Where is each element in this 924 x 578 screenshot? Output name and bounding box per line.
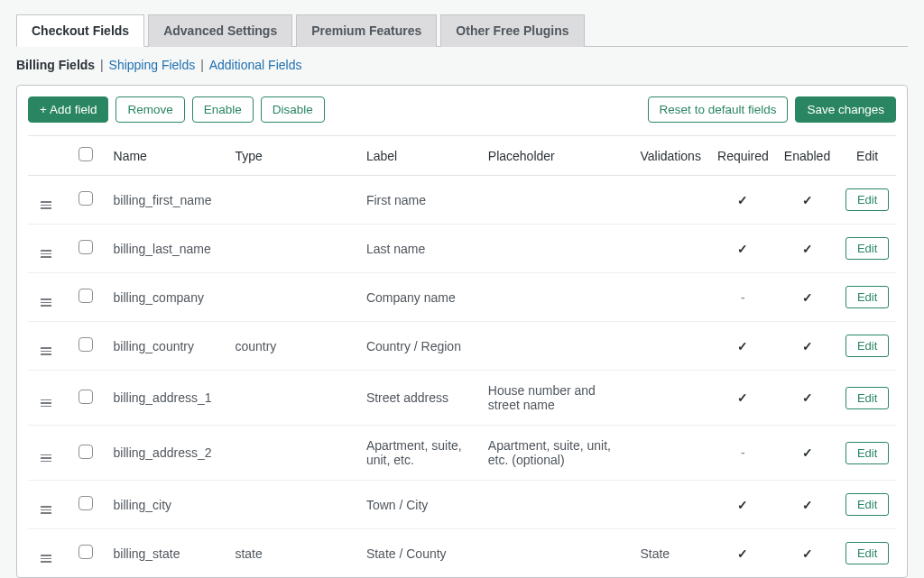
drag-handle-icon[interactable] (41, 201, 51, 209)
subnav-additional[interactable]: Additional Fields (209, 58, 302, 72)
row-validations (634, 176, 710, 225)
drag-handle-icon[interactable] (41, 506, 51, 514)
row-placeholder (483, 481, 635, 529)
row-label: Country / Region (361, 322, 483, 371)
row-placeholder: House number and street name (483, 371, 635, 426)
col-validations-header: Validations (634, 136, 710, 176)
tabs-container: Checkout Fields Advanced Settings Premiu… (16, 14, 908, 47)
tab-advanced-settings[interactable]: Advanced Settings (148, 14, 292, 47)
row-label: State / County (361, 529, 483, 578)
col-edit-header: Edit (838, 136, 896, 176)
row-validations (634, 273, 710, 322)
row-placeholder (483, 273, 635, 322)
tab-checkout-fields[interactable]: Checkout Fields (16, 14, 144, 47)
edit-button[interactable]: Edit (845, 335, 889, 357)
row-validations (634, 322, 710, 371)
edit-button[interactable]: Edit (845, 188, 889, 211)
edit-button[interactable]: Edit (845, 493, 889, 516)
row-required: ✓ (710, 225, 776, 273)
edit-button[interactable]: Edit (845, 442, 889, 464)
edit-button[interactable]: Edit (845, 387, 889, 409)
table-row: billing_last_nameLast name✓✓Edit (28, 225, 896, 273)
col-enabled-header: Enabled (776, 136, 839, 176)
row-checkbox[interactable] (79, 445, 93, 459)
check-icon: ✓ (737, 390, 748, 405)
check-icon: ✓ (802, 242, 813, 256)
row-required: - (710, 273, 776, 322)
drag-handle-icon[interactable] (41, 399, 51, 408)
row-type (229, 273, 360, 322)
row-placeholder (483, 225, 635, 273)
table-row: billing_address_2Apartment, suite, unit,… (28, 426, 896, 481)
select-all-checkbox[interactable] (79, 147, 93, 161)
drag-handle-icon[interactable] (41, 555, 51, 563)
row-checkbox[interactable] (79, 390, 93, 404)
toolbar-right: Reset to default fields Save changes (648, 96, 896, 123)
table-row: billing_cityTown / City✓✓Edit (28, 481, 896, 529)
row-type: state (229, 529, 360, 578)
col-placeholder-header: Placeholder (483, 136, 635, 176)
row-checkbox[interactable] (79, 240, 93, 254)
row-placeholder (483, 176, 635, 225)
row-checkbox[interactable] (79, 191, 93, 206)
remove-button[interactable]: Remove (116, 96, 184, 123)
subnav-shipping[interactable]: Shipping Fields (109, 58, 196, 72)
enable-button[interactable]: Enable (192, 96, 254, 123)
row-checkbox[interactable] (79, 337, 93, 352)
tab-premium-features[interactable]: Premium Features (296, 14, 437, 47)
row-label: Street address (361, 371, 483, 426)
save-button[interactable]: Save changes (795, 96, 896, 123)
row-label: First name (361, 176, 483, 225)
col-type-header: Type (229, 136, 360, 176)
check-icon: ✓ (737, 242, 748, 256)
drag-handle-icon[interactable] (41, 250, 51, 258)
row-enabled: ✓ (776, 371, 839, 426)
edit-button[interactable]: Edit (845, 542, 889, 564)
table-row: billing_statestateState / CountyState✓✓E… (28, 529, 896, 578)
row-type (229, 426, 360, 481)
row-validations (634, 481, 710, 529)
tab-other-free-plugins[interactable]: Other Free Plugins (440, 14, 584, 47)
reset-button[interactable]: Reset to default fields (648, 96, 789, 123)
row-checkbox[interactable] (79, 289, 93, 303)
row-placeholder (483, 322, 635, 371)
check-icon: ✓ (737, 546, 748, 561)
drag-handle-icon[interactable] (41, 347, 51, 355)
row-label: Town / City (361, 481, 483, 529)
check-icon: ✓ (802, 290, 813, 305)
drag-handle-icon[interactable] (41, 298, 51, 307)
row-validations (634, 426, 710, 481)
row-validations (634, 371, 710, 426)
row-required: ✓ (710, 176, 776, 225)
row-name: billing_last_name (108, 225, 230, 273)
row-enabled: ✓ (776, 273, 839, 322)
toolbar-left: + Add field Remove Enable Disable (28, 96, 325, 123)
col-label-header: Label (361, 136, 483, 176)
col-name-header: Name (108, 136, 230, 176)
check-icon: ✓ (737, 339, 748, 353)
subnav-billing[interactable]: Billing Fields (16, 58, 95, 72)
row-type (229, 176, 360, 225)
row-name: billing_address_2 (108, 426, 230, 481)
row-checkbox[interactable] (79, 545, 93, 559)
row-type (229, 371, 360, 426)
dash-icon: - (741, 290, 745, 305)
row-validations: State (634, 529, 710, 578)
row-label: Last name (361, 225, 483, 273)
check-icon: ✓ (802, 445, 813, 460)
disable-button[interactable]: Disable (261, 96, 325, 123)
drag-handle-icon[interactable] (41, 454, 51, 463)
edit-button[interactable]: Edit (845, 237, 889, 260)
row-name: billing_address_1 (108, 371, 230, 426)
add-field-button[interactable]: + Add field (28, 96, 108, 123)
check-icon: ✓ (802, 193, 813, 207)
row-name: billing_city (108, 481, 230, 529)
edit-button[interactable]: Edit (845, 286, 889, 308)
row-checkbox[interactable] (79, 496, 93, 510)
row-enabled: ✓ (776, 529, 839, 578)
row-name: billing_first_name (108, 176, 230, 225)
row-enabled: ✓ (776, 481, 839, 529)
row-name: billing_state (108, 529, 230, 578)
check-icon: ✓ (802, 339, 813, 353)
row-required: ✓ (710, 529, 776, 578)
